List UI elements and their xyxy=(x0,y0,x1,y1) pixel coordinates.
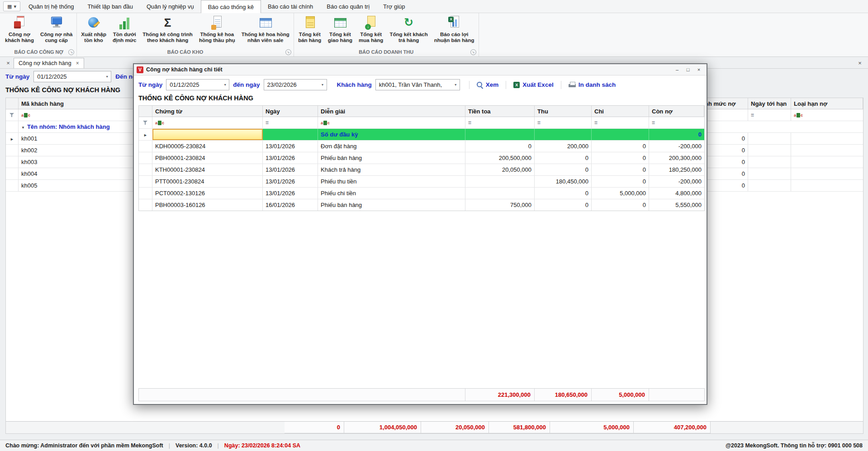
low-stock-button[interactable]: Tồn dưới định mức xyxy=(109,14,139,48)
filter-equals-icon: = xyxy=(266,120,269,126)
printer-icon xyxy=(569,82,576,88)
payment-cell: 0 xyxy=(592,199,649,211)
dialog-launcher-icon[interactable] xyxy=(68,49,74,55)
dialog-to-date-combo[interactable]: 23/02/2026 xyxy=(264,79,327,90)
row-indicator-header xyxy=(139,106,152,117)
collapse-arrow-icon[interactable] xyxy=(21,123,25,130)
opening-balance-row[interactable]: Số dư đầu kỳ 0 xyxy=(139,129,704,141)
column-header-description[interactable]: Diễn giải xyxy=(318,106,465,117)
close-tab-left-button[interactable]: × xyxy=(4,58,13,67)
customer-debt-icon xyxy=(12,16,27,30)
menu-tab-operations[interactable]: Quản lý nghiệp vụ xyxy=(140,0,201,13)
filter-equals-icon: = xyxy=(652,120,655,126)
filter-amount-cell[interactable]: = xyxy=(465,117,535,128)
purchase-summary-button[interactable]: Tổng kết mua hàng xyxy=(356,14,386,48)
filter-due-date-cell[interactable]: = xyxy=(748,109,791,121)
table-row-document[interactable]: PBH00001-230824 13/01/2026 Phiếu bán hàn… xyxy=(139,152,704,164)
column-header-debt-type[interactable]: Loại hạn nợ xyxy=(791,98,863,109)
minimize-button[interactable]: – xyxy=(672,66,682,74)
supplier-debt-button[interactable]: Công nợ nhà cung cấp xyxy=(37,14,76,48)
app-menu-button[interactable]: ▦ ▾ xyxy=(3,1,20,11)
filter-row-indicator xyxy=(139,117,152,128)
table-row-document[interactable]: KDH00005-230824 13/01/2026 Đơn đặt hàng … xyxy=(139,141,704,152)
customer-code-cell: kh003 xyxy=(19,156,136,168)
chevron-down-icon xyxy=(452,80,460,90)
row-indicator-cell xyxy=(6,121,19,132)
menu-tab-system-admin[interactable]: Quản trị hệ thống xyxy=(22,0,81,13)
project-stats-button[interactable]: Thống kê công trình theo khách hàng xyxy=(139,14,196,48)
menu-tab-initial-setup[interactable]: Thiết lập ban đầu xyxy=(81,0,139,13)
document-cell: KDH00005-230824 xyxy=(152,141,263,152)
separator xyxy=(561,81,561,89)
amount-cell: 0 xyxy=(465,141,535,152)
ribbon-button-label: Tổng kết bán hàng xyxy=(298,32,321,43)
menu-tab-management-reports[interactable]: Báo cáo quản trị xyxy=(320,0,376,13)
debt-type-cell xyxy=(791,156,863,168)
column-header-date[interactable]: Ngày xyxy=(263,106,318,117)
filter-payment-cell[interactable]: = xyxy=(592,117,649,128)
dialog-launcher-icon[interactable] xyxy=(285,49,291,55)
filter-document-cell[interactable] xyxy=(152,117,263,128)
close-icon[interactable]: × xyxy=(76,60,79,66)
column-header-receipt[interactable]: Thu xyxy=(535,106,592,117)
delivery-summary-button[interactable]: Tổng kết giao hàng xyxy=(325,14,356,48)
description-cell: Phiếu bán hàng xyxy=(318,199,465,211)
table-row-document[interactable]: PTT00001-230824 13/01/2026 Phiếu thu tiề… xyxy=(139,176,704,188)
table-row-document[interactable]: PCT00002-130126 13/01/2026 Phiếu chi tiề… xyxy=(139,188,704,199)
filter-balance-cell[interactable]: = xyxy=(649,117,704,128)
filter-equals-icon: = xyxy=(468,120,471,126)
column-header-payment[interactable]: Chi xyxy=(592,106,649,117)
sales-summary-button[interactable]: Tổng kết bán hàng xyxy=(295,14,325,48)
commission-doc-icon xyxy=(209,16,225,30)
view-button[interactable]: Xem xyxy=(473,81,503,88)
date-cell: 13/01/2026 xyxy=(263,141,318,152)
filter-description-cell[interactable] xyxy=(318,117,465,128)
maximize-button[interactable]: □ xyxy=(683,66,693,74)
total-cell: 0 xyxy=(285,422,344,433)
dialog-title: Công nợ khách hàng chi tiết xyxy=(146,66,223,73)
dialog-launcher-icon[interactable] xyxy=(470,49,476,55)
customer-combo[interactable]: kh001, Trần Văn Thanh, xyxy=(375,79,460,90)
table-row-document[interactable]: PBH00003-160126 16/01/2026 Phiếu bán hàn… xyxy=(139,199,704,211)
inventory-in-out-button[interactable]: Xuất nhập tồn kho xyxy=(78,14,109,48)
customer-debt-button[interactable]: Công nợ khách hàng xyxy=(2,14,37,48)
dialog-title-bar[interactable]: V Công nợ khách hàng chi tiết – □ × xyxy=(134,64,707,75)
column-header-amount[interactable]: Tiền toa xyxy=(465,106,535,117)
tab-customer-debt[interactable]: Công nợ khách hàng × xyxy=(14,58,84,68)
balance-cell: 4,800,000 xyxy=(649,188,704,199)
menu-tab-help[interactable]: Trợ giúp xyxy=(376,0,412,13)
export-excel-button[interactable]: Xuất Excel xyxy=(510,81,557,88)
column-header-customer-code[interactable]: Mã khách hàng xyxy=(19,98,136,109)
customer-code-cell: kh004 xyxy=(19,168,136,179)
close-button[interactable]: × xyxy=(694,66,704,74)
combo-value: 01/12/2025 xyxy=(170,81,221,88)
due-date-cell xyxy=(748,168,791,179)
menu-tab-statistics-reports[interactable]: Báo cáo thống kê xyxy=(201,0,261,13)
app-menu-grid-icon: ▦ xyxy=(7,4,12,9)
debt-type-cell xyxy=(791,145,863,156)
dialog-from-date-combo[interactable]: 01/12/2025 xyxy=(166,79,229,90)
grid-totals-row: 0 1,004,050,000 20,050,000 581,800,000 5… xyxy=(6,421,863,433)
filter-debt-type-cell[interactable] xyxy=(791,109,863,121)
close-tab-right-button[interactable]: × xyxy=(855,58,864,67)
subcontractor-commission-button[interactable]: Thống kê hoa hồng thầu phụ xyxy=(196,14,238,48)
customer-returns-button[interactable]: Tổng kết khách trả hàng xyxy=(386,14,431,48)
filter-receipt-cell[interactable]: = xyxy=(535,117,592,128)
description-cell: Phiếu chi tiền xyxy=(318,188,465,199)
table-row-document[interactable]: KTH00001-230824 13/01/2026 Khách trả hàn… xyxy=(139,164,704,176)
column-header-document[interactable]: Chứng từ xyxy=(152,106,263,117)
column-header-balance[interactable]: Còn nợ xyxy=(649,106,704,117)
print-list-button[interactable]: In danh sách xyxy=(565,81,620,88)
profit-report-icon xyxy=(446,16,462,30)
date-cell: 13/01/2026 xyxy=(263,188,318,199)
dialog-totals-row: 221,300,000 180,650,000 5,000,000 xyxy=(138,388,705,401)
sale-commission-button[interactable]: Thống kê hoa hồng nhân viên sale xyxy=(238,14,293,48)
filter-date-cell[interactable]: = xyxy=(263,117,318,128)
filter-customer-code-cell[interactable] xyxy=(19,109,136,121)
focused-document-cell[interactable] xyxy=(152,129,263,140)
menu-tab-financial-reports[interactable]: Báo cáo tài chính xyxy=(261,0,320,13)
profit-report-button[interactable]: Báo cáo lợi nhuận bán hàng xyxy=(431,14,478,48)
column-header-due-date[interactable]: Ngày tới hạn xyxy=(748,98,791,109)
receipt-cell: 0 xyxy=(535,199,592,211)
main-from-date-combo[interactable]: 01/12/2025 xyxy=(33,71,111,82)
